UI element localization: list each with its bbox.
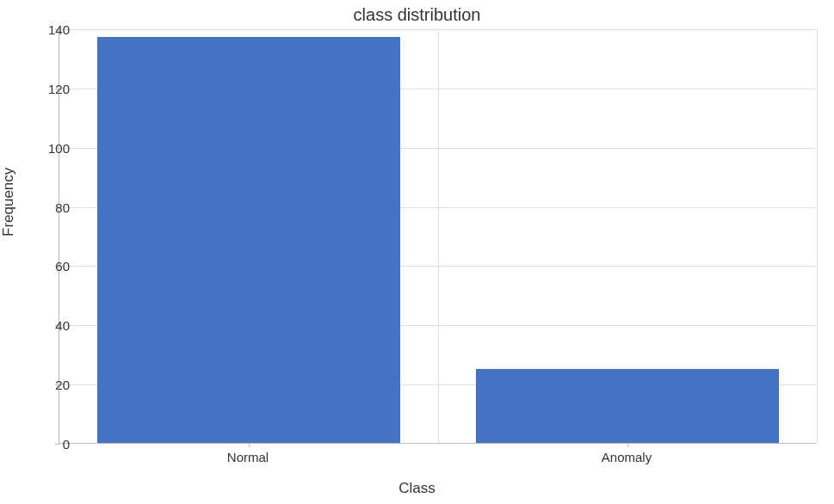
y-tick-label: 0 — [35, 437, 70, 452]
x-tick-mark — [249, 443, 250, 447]
y-axis-label: Frequency — [0, 168, 17, 237]
chart-container: class distribution Frequency Class — [0, 0, 834, 504]
y-tick-label: 140 — [35, 22, 70, 37]
chart-title: class distribution — [354, 5, 481, 25]
y-tick-label: 20 — [35, 378, 70, 392]
x-tick-mark — [627, 443, 628, 447]
y-tick-label: 100 — [35, 140, 70, 155]
y-tick-label: 120 — [35, 81, 70, 95]
y-tick-label: 40 — [35, 318, 70, 333]
grid-line-v — [817, 29, 818, 443]
plot-area — [59, 29, 816, 444]
x-tick-label: Normal — [227, 450, 269, 464]
bar-anomaly — [476, 369, 779, 443]
x-tick-label: Anomaly — [602, 450, 652, 464]
grid-line-v — [438, 29, 439, 443]
y-tick-label: 80 — [35, 200, 70, 214]
x-axis-label: Class — [398, 480, 436, 497]
y-tick-label: 60 — [35, 259, 70, 274]
bar-normal — [97, 37, 400, 443]
